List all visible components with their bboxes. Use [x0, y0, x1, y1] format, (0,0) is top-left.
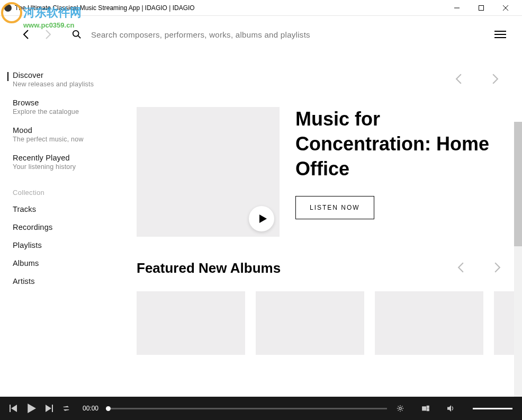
sidebar-link-albums[interactable]: Albums [13, 259, 122, 267]
sidebar-item-subtitle: Your listening history [13, 163, 122, 171]
svg-marker-8 [11, 405, 17, 412]
player-progress-handle[interactable] [106, 406, 111, 411]
sidebar-link-tracks[interactable]: Tracks [13, 205, 122, 213]
sidebar-link-recordings[interactable]: Recordings [13, 223, 122, 231]
player-prev-button[interactable] [10, 405, 17, 412]
window-titlebar: The Ultimate Classical Music Streaming A… [0, 0, 522, 16]
sidebar-link-artists[interactable]: Artists [13, 277, 122, 285]
svg-point-12 [399, 407, 401, 409]
sidebar-section-label: Collection [13, 189, 122, 196]
sidebar-item-subtitle: The perfect music, now [13, 136, 122, 143]
svg-marker-16 [447, 405, 451, 412]
svg-point-4 [73, 31, 79, 37]
svg-rect-13 [422, 407, 426, 410]
scrollbar-thumb[interactable] [514, 122, 522, 246]
sidebar-item-title: Discover [13, 71, 122, 79]
window-minimize-button[interactable] [445, 0, 469, 16]
window-title: The Ultimate Classical Music Streaming A… [15, 4, 195, 12]
section-title: Featured New Albums [137, 260, 281, 276]
player-progress-track[interactable] [106, 408, 387, 409]
player-play-button[interactable] [26, 404, 36, 413]
sidebar-item-recently-played[interactable]: Recently Played Your listening history [13, 154, 122, 171]
search-input[interactable] [91, 30, 488, 39]
hero-prev-button[interactable] [455, 73, 462, 87]
svg-marker-6 [259, 215, 267, 223]
menu-button[interactable] [494, 29, 506, 40]
hero-next-button[interactable] [492, 73, 499, 87]
sidebar-item-title: Recently Played [13, 154, 122, 162]
sidebar-item-browse[interactable]: Browse Explore the catalogue [13, 99, 122, 115]
sidebar-item-discover[interactable]: Discover New releases and playlists [13, 71, 122, 88]
sidebar-item-title: Mood [13, 126, 122, 135]
sidebar-item-title: Browse [13, 99, 122, 107]
player-queue-button[interactable] [422, 405, 429, 412]
window-maximize-button[interactable] [469, 0, 493, 16]
sidebar-link-playlists[interactable]: Playlists [13, 241, 122, 249]
player-volume-slider[interactable] [473, 408, 512, 409]
listen-now-button[interactable]: LISTEN NOW [295, 196, 374, 219]
hero-image [137, 107, 280, 237]
player-volume-button[interactable] [447, 405, 455, 412]
svg-marker-9 [28, 404, 36, 413]
player-next-button[interactable] [46, 405, 53, 412]
svg-line-5 [78, 36, 81, 39]
app-icon [4, 4, 12, 12]
scrollbar-track[interactable] [514, 122, 522, 420]
nav-back-button[interactable] [21, 30, 31, 39]
albums-next-button[interactable] [494, 262, 501, 275]
main-content: Music for Concentration: Home Office LIS… [122, 53, 522, 396]
sidebar-item-subtitle: Explore the catalogue [13, 108, 122, 115]
nav-forward-button[interactable] [43, 30, 53, 39]
albums-prev-button[interactable] [457, 262, 464, 275]
sidebar: Discover New releases and playlists Brow… [0, 53, 122, 396]
player-bar: 00:00 [0, 397, 522, 420]
album-tile[interactable] [256, 291, 364, 355]
top-nav [0, 16, 522, 53]
sidebar-item-mood[interactable]: Mood The perfect music, now [13, 126, 122, 143]
album-tile[interactable] [137, 291, 245, 355]
album-tile[interactable] [375, 291, 483, 355]
svg-rect-1 [479, 5, 484, 10]
svg-rect-7 [10, 405, 11, 412]
svg-rect-14 [427, 406, 429, 408]
svg-marker-10 [46, 405, 51, 412]
sidebar-item-subtitle: New releases and playlists [13, 81, 122, 88]
search-icon [72, 30, 82, 39]
player-repeat-button[interactable] [62, 405, 70, 412]
svg-rect-11 [52, 405, 53, 412]
svg-rect-15 [427, 409, 429, 411]
player-settings-button[interactable] [397, 405, 404, 412]
hero-title: Music for Concentration: Home Office [295, 107, 501, 181]
window-close-button[interactable] [493, 0, 518, 16]
player-time: 00:00 [83, 405, 98, 412]
hero-play-button[interactable] [249, 206, 274, 231]
